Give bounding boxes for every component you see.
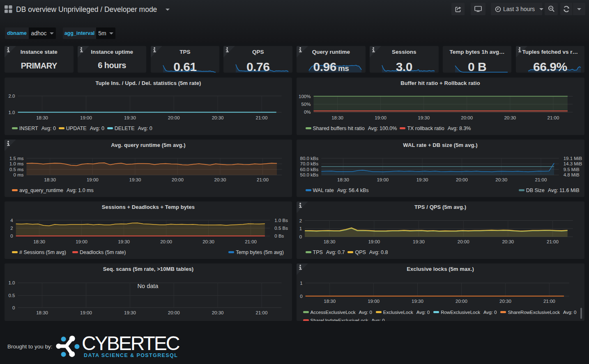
- svg-text:80.0 kBs: 80.0 kBs: [300, 156, 318, 160]
- svg-text:20:30: 20:30: [214, 177, 226, 182]
- svg-text:18:30: 18:30: [36, 115, 48, 120]
- svg-text:21:00: 21:00: [543, 299, 555, 304]
- svg-text:21:00: 21:00: [256, 115, 268, 120]
- svg-text:18:30: 18:30: [36, 310, 48, 315]
- svg-text:20:00: 20:00: [456, 299, 467, 304]
- svg-text:21:00: 21:00: [535, 177, 547, 182]
- svg-text:50%: 50%: [301, 101, 311, 106]
- svg-text:0: 0: [12, 305, 15, 310]
- svg-text:21:00: 21:00: [547, 239, 559, 244]
- svg-text:4.8 MiB: 4.8 MiB: [563, 172, 579, 177]
- svg-text:4: 4: [10, 217, 13, 222]
- svg-text:20:30: 20:30: [502, 239, 514, 244]
- svg-text:19:30: 19:30: [118, 239, 130, 244]
- svg-text:19:00: 19:00: [76, 239, 87, 244]
- svg-text:20:00: 20:00: [172, 177, 184, 182]
- svg-text:0.5: 0.5: [9, 293, 15, 298]
- svg-text:19:30: 19:30: [124, 310, 136, 315]
- svg-text:19:30: 19:30: [413, 239, 425, 244]
- svg-text:19:30: 19:30: [418, 115, 430, 120]
- svg-text:18:30: 18:30: [44, 177, 56, 182]
- svg-text:2: 2: [10, 226, 13, 231]
- svg-text:20:30: 20:30: [495, 177, 507, 182]
- svg-text:1.0: 1.0: [9, 110, 15, 114]
- svg-text:19:00: 19:00: [87, 177, 99, 182]
- svg-text:19:00: 19:00: [80, 310, 92, 315]
- svg-text:0: 0: [299, 234, 301, 239]
- svg-text:21:00: 21:00: [257, 177, 269, 182]
- svg-text:0 Bs: 0 Bs: [274, 234, 284, 238]
- svg-text:18:30: 18:30: [323, 239, 335, 244]
- svg-text:100%: 100%: [299, 94, 311, 98]
- svg-text:19.1 MiB: 19.1 MiB: [563, 156, 582, 160]
- svg-text:0.5 Bs: 0.5 Bs: [274, 226, 288, 231]
- svg-text:18:30: 18:30: [324, 299, 336, 304]
- svg-text:20:30: 20:30: [504, 115, 516, 120]
- svg-text:20:00: 20:00: [160, 239, 172, 244]
- svg-text:18:30: 18:30: [337, 177, 349, 182]
- svg-text:9.5 MiB: 9.5 MiB: [563, 167, 579, 172]
- svg-text:20:00: 20:00: [457, 239, 469, 244]
- svg-text:19:00: 19:00: [377, 177, 389, 182]
- svg-text:21:00: 21:00: [547, 115, 559, 120]
- svg-text:No data: No data: [138, 283, 159, 289]
- svg-text:20:30: 20:30: [212, 115, 224, 120]
- svg-text:0: 0: [300, 293, 302, 298]
- svg-text:1.0 Bs: 1.0 Bs: [274, 217, 288, 222]
- svg-text:0 ms: 0 ms: [14, 172, 24, 177]
- svg-text:1: 1: [300, 280, 302, 285]
- svg-text:20:00: 20:00: [461, 115, 473, 120]
- svg-text:19:00: 19:00: [368, 239, 380, 244]
- svg-text:19:00: 19:00: [80, 115, 92, 120]
- svg-text:20:00: 20:00: [168, 310, 180, 315]
- svg-text:20:00: 20:00: [168, 115, 180, 120]
- svg-text:20:30: 20:30: [499, 299, 511, 304]
- svg-text:18:30: 18:30: [331, 115, 343, 120]
- svg-text:19:00: 19:00: [368, 299, 380, 304]
- svg-text:2: 2: [299, 218, 301, 223]
- svg-text:50.0 kBs: 50.0 kBs: [300, 172, 318, 177]
- svg-text:19:30: 19:30: [416, 177, 428, 182]
- svg-text:21:00: 21:00: [245, 239, 257, 244]
- svg-text:19:00: 19:00: [375, 115, 387, 120]
- svg-text:19:30: 19:30: [412, 299, 423, 304]
- svg-text:1: 1: [299, 226, 301, 231]
- svg-text:19:30: 19:30: [129, 177, 141, 182]
- svg-text:20:30: 20:30: [212, 310, 224, 315]
- svg-text:20:30: 20:30: [202, 239, 214, 244]
- svg-text:1.0: 1.0: [9, 280, 15, 285]
- svg-text:1.5 ms: 1.5 ms: [9, 156, 24, 160]
- svg-text:1.0 ms: 1.0 ms: [9, 161, 24, 166]
- svg-text:0%: 0%: [304, 110, 311, 114]
- svg-text:0: 0: [10, 234, 13, 238]
- svg-text:19:30: 19:30: [124, 115, 136, 120]
- svg-text:2.0: 2.0: [9, 93, 15, 98]
- svg-text:20:00: 20:00: [456, 177, 468, 182]
- svg-text:70.0 kBs: 70.0 kBs: [300, 161, 318, 166]
- svg-text:60.0 kBs: 60.0 kBs: [300, 167, 318, 172]
- svg-text:21:00: 21:00: [256, 310, 268, 315]
- svg-text:14.3 MiB: 14.3 MiB: [563, 161, 582, 166]
- svg-text:0.5 ms: 0.5 ms: [9, 167, 24, 172]
- svg-text:18:30: 18:30: [33, 239, 45, 244]
